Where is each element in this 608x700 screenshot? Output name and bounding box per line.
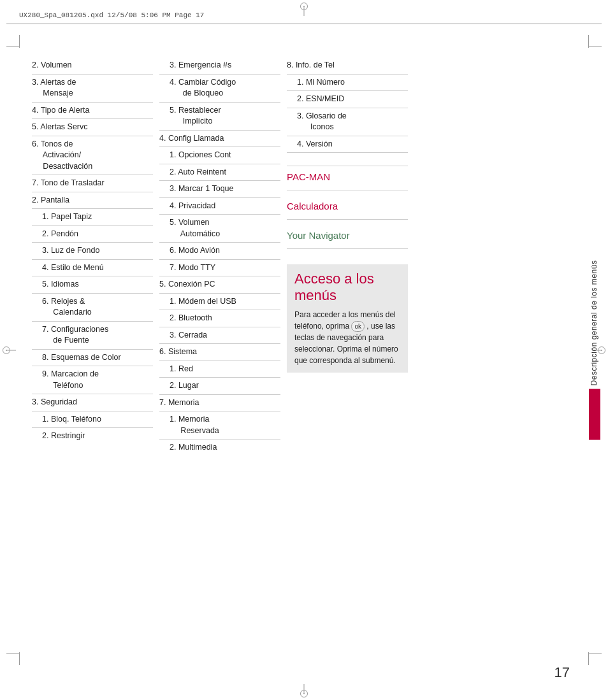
list-item: 2. Bluetooth bbox=[159, 310, 280, 327]
calculadora-link[interactable]: Calculadora bbox=[287, 201, 408, 211]
list-item: 5. Volumen Automático bbox=[159, 215, 280, 243]
list-item: 5. Alertas Servc bbox=[32, 119, 153, 136]
access-box: Acceso a los menús Para acceder a los me… bbox=[287, 264, 408, 373]
list-item: 6. Tonos de Activación/ Desactivación bbox=[32, 136, 153, 176]
your-navigator-label: Your Navigator bbox=[287, 230, 350, 241]
column-3: 8. Info. de Tel 1. Mi Número 2. ESN/MEID… bbox=[287, 57, 414, 649]
page-number: 17 bbox=[554, 664, 570, 681]
list-item: 2. Pantalla bbox=[32, 192, 153, 210]
your-navigator-link[interactable]: Your Navigator bbox=[287, 230, 408, 241]
list-item: 1. Papel Tapiz bbox=[32, 209, 153, 226]
list-item: 1. Opciones Cont bbox=[159, 147, 280, 164]
list-item: 1. Mi Número bbox=[287, 75, 408, 92]
list-item: 3. Luz de Fondo bbox=[32, 243, 153, 260]
list-item: 4. Config Llamada bbox=[159, 131, 280, 148]
list-item: 3. Alertas de Mensaje bbox=[32, 75, 153, 103]
content-area: 2. Volumen 3. Alertas de Mensaje 4. Tipo… bbox=[32, 57, 576, 649]
list-item: 4. Tipo de Alerta bbox=[32, 103, 153, 120]
list-item: 3. Seguridad bbox=[32, 394, 153, 411]
header-text: UX280_Spa_081205.qxd 12/5/08 5:06 PM Pag… bbox=[19, 11, 204, 19]
access-text: Para acceder a los menús del teléfono, o… bbox=[294, 309, 400, 366]
column-1: 2. Volumen 3. Alertas de Mensaje 4. Tipo… bbox=[32, 57, 159, 649]
list-item: 7. Modo TTY bbox=[159, 260, 280, 277]
list-item: 2. Multimedia bbox=[159, 439, 280, 456]
list-item: 6. Sistema bbox=[159, 344, 280, 361]
list-item: 5. Idiomas bbox=[32, 276, 153, 294]
list-item: 4. Cambiar Código de Bloqueo bbox=[159, 75, 280, 103]
column-2: 3. Emergencia #s 4. Cambiar Código de Bl… bbox=[159, 57, 287, 649]
list-item: 1. Memoria Reservada bbox=[159, 411, 280, 439]
list-item: 1. Red bbox=[159, 361, 280, 378]
list-item: 2. ESN/MEID bbox=[287, 91, 408, 108]
list-item: 7. Memoria bbox=[159, 395, 280, 412]
side-label-text: Descripción general de los menús bbox=[590, 260, 598, 385]
pac-man-label: PAC-MAN bbox=[287, 171, 330, 182]
side-label-container: Descripción general de los menús bbox=[588, 260, 600, 440]
list-item: 4. Versión bbox=[287, 136, 408, 154]
list-item: 5. Conexión PC bbox=[159, 276, 280, 294]
list-item: 9. Marcacion de Teléfono bbox=[32, 366, 153, 394]
list-item: 4. Privacidad bbox=[159, 198, 280, 215]
list-item: 8. Esquemas de Color bbox=[32, 350, 153, 367]
list-item: 2. Lugar bbox=[159, 378, 280, 395]
list-item: 1. Módem del USB bbox=[159, 294, 280, 311]
header-bar: UX280_Spa_081205.qxd 12/5/08 5:06 PM Pag… bbox=[6, 6, 602, 24]
calculadora-bottom-border bbox=[287, 214, 408, 220]
list-item: 2. Auto Reintent bbox=[159, 164, 280, 182]
list-item: 7. Tono de Trasladar bbox=[32, 175, 153, 192]
list-item: 6. Modo Avión bbox=[159, 243, 280, 260]
list-item: 6. Relojes & Calendario bbox=[32, 294, 153, 322]
pac-man-bottom-border bbox=[287, 185, 408, 190]
list-item: 2. Volumen bbox=[32, 57, 153, 75]
list-item: 2. Pendón bbox=[32, 226, 153, 243]
ok-button-icon: ok bbox=[351, 321, 365, 332]
calculadora-label: Calculadora bbox=[287, 201, 338, 211]
list-item: 3. Glosario de Iconos bbox=[287, 108, 408, 136]
your-navigator-bottom-border bbox=[287, 243, 408, 249]
list-item: 1. Bloq. Teléfono bbox=[32, 411, 153, 429]
list-item: 7. Configuraciones de Fuente bbox=[32, 322, 153, 350]
list-item: 3. Marcar 1 Toque bbox=[159, 181, 280, 198]
list-item: 2. Restringir bbox=[32, 428, 153, 445]
list-item: 3. Emergencia #s bbox=[159, 57, 280, 75]
access-title: Acceso a los menús bbox=[294, 271, 400, 304]
list-item: 8. Info. de Tel bbox=[287, 57, 408, 75]
list-item: 4. Estilo de Menú bbox=[32, 260, 153, 277]
pac-man-link[interactable]: PAC-MAN bbox=[287, 166, 408, 182]
list-item: 3. Cerrada bbox=[159, 327, 280, 345]
side-accent-bar bbox=[589, 389, 600, 440]
list-item: 5. Restablecer Implícito bbox=[159, 103, 280, 131]
